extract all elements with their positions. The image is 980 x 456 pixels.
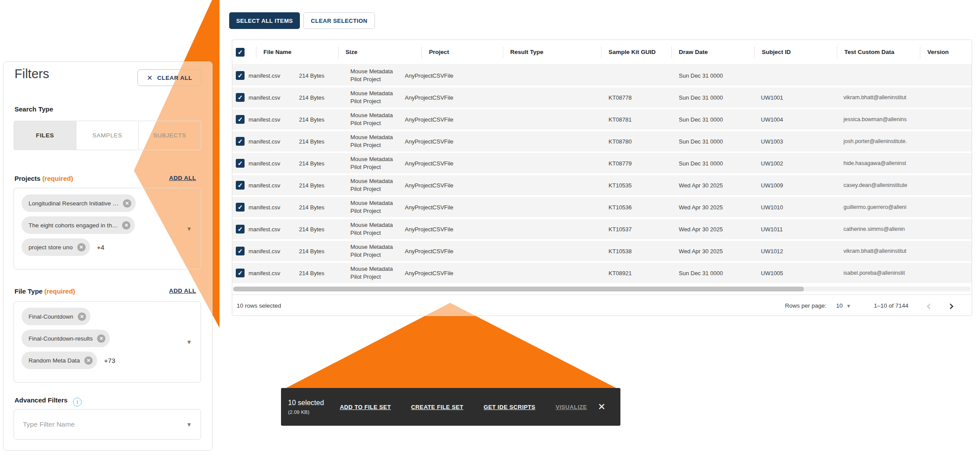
select-all-items-button[interactable]: SELECT ALL ITEMS	[229, 12, 300, 29]
select-all-checkbox[interactable]: ✓	[236, 48, 245, 57]
row-checkbox[interactable]: ✓	[236, 159, 245, 168]
table-row[interactable]: ✓manifest.csv214 BytesMouse Metadata Pil…	[232, 175, 972, 195]
projects-required-flag: (required)	[42, 175, 73, 182]
toast-action-add-to-file-set[interactable]: ADD TO FILE SET	[340, 404, 391, 410]
file-type-add-all-link[interactable]: ADD ALL	[169, 287, 196, 294]
table-row[interactable]: ✓manifest.csv214 BytesMouse Metadata Pil…	[232, 263, 972, 283]
row-checkbox-cell: ✓	[232, 203, 247, 212]
chevron-down-icon[interactable]: ▼	[186, 226, 192, 232]
filter-chip: Final-Countdown-results✕	[22, 330, 110, 347]
previous-page-button[interactable]: ‹	[926, 299, 931, 312]
remove-chip-icon[interactable]: ✕	[77, 243, 86, 251]
cell-sample-kit-guid: KT08921	[607, 270, 677, 276]
toast-action-get-ide-scripts[interactable]: GET IDE SCRIPTS	[483, 404, 535, 410]
column-header-file-name[interactable]: File Name	[256, 46, 292, 58]
row-checkbox[interactable]: ✓	[236, 247, 245, 255]
projects-add-all-link[interactable]: ADD ALL	[169, 175, 196, 181]
row-checkbox[interactable]: ✓	[236, 93, 245, 102]
cell-result-type: AnyProjectCSVFile	[404, 160, 607, 167]
next-page-button[interactable]: ›	[949, 299, 954, 312]
chip-label: Random Meta Data	[29, 357, 80, 364]
cell-size: 214 Bytes	[298, 270, 349, 276]
remove-chip-icon[interactable]: ✕	[122, 221, 130, 230]
toast-action-create-file-set[interactable]: CREATE FILE SET	[411, 404, 463, 410]
row-checkbox[interactable]: ✓	[236, 71, 245, 80]
clear-selection-button[interactable]: CLEAR SELECTION	[303, 12, 375, 29]
row-checkbox[interactable]: ✓	[236, 225, 245, 233]
table-row[interactable]: ✓manifest.csv214 BytesMouse Metadata Pil…	[232, 153, 972, 173]
tab-subjects[interactable]: SUBJECTS	[139, 121, 201, 150]
chevron-down-icon[interactable]: ▼	[186, 339, 192, 345]
results-table: ✓ File NameSizeProjectResult TypeSample …	[232, 39, 972, 316]
column-header-project[interactable]: Project	[422, 46, 449, 58]
cell-subject-id: UW1002	[760, 160, 842, 167]
clear-all-filters-button[interactable]: ✕ CLEAR ALL	[137, 69, 202, 86]
cell-test-custom-data: casey.dean@alleninstitute	[842, 182, 926, 188]
row-checkbox[interactable]: ✓	[236, 203, 245, 212]
remove-chip-icon[interactable]: ✕	[84, 356, 93, 365]
tab-samples[interactable]: SAMPLES	[76, 121, 139, 150]
cell-result-type: AnyProjectCSVFile	[404, 226, 607, 233]
row-checkbox[interactable]: ✓	[236, 115, 245, 124]
cell-project: Mouse Metadata Pilot Project	[349, 111, 405, 127]
search-type-label: Search Type	[14, 105, 53, 113]
row-checkbox[interactable]: ✓	[236, 269, 245, 277]
cell-result-type: AnyProjectCSVFile	[404, 138, 607, 145]
column-header-test-custom-data[interactable]: Test Custom Data	[837, 46, 894, 58]
table-row[interactable]: ✓manifest.csv214 BytesMouse Metadata Pil…	[232, 109, 972, 129]
row-checkbox[interactable]: ✓	[236, 137, 245, 146]
cell-project: Mouse Metadata Pilot Project	[349, 243, 405, 259]
chip-row: Final-Countdown-results✕	[22, 330, 115, 347]
remove-chip-icon[interactable]: ✕	[123, 199, 131, 208]
table-row[interactable]: ✓manifest.csv214 BytesMouse Metadata Pil…	[232, 197, 972, 217]
chip-label: Final-Countdown	[29, 313, 73, 320]
cell-project: Mouse Metadata Pilot Project	[349, 221, 405, 237]
cell-project: Mouse Metadata Pilot Project	[349, 68, 405, 83]
table-row[interactable]: ✓manifest.csv214 BytesMouse Metadata Pil…	[232, 87, 972, 108]
info-icon[interactable]: i	[73, 398, 82, 406]
column-header-draw-date[interactable]: Draw Date	[671, 46, 708, 58]
horizontal-scrollbar-thumb[interactable]	[233, 287, 804, 291]
file-type-filter-box: Final-Countdown✕Final-Countdown-results✕…	[14, 301, 201, 383]
cell-file-name: manifest.csv	[247, 204, 298, 211]
remove-chip-icon[interactable]: ✕	[97, 334, 105, 343]
cell-result-type: AnyProjectCSVFile	[404, 116, 607, 123]
row-checkbox-cell: ✓	[232, 247, 247, 255]
chip-label: Longitudinal Research Initiative …	[29, 200, 119, 207]
tab-files[interactable]: FILES	[14, 121, 76, 150]
table-row[interactable]: ✓manifest.csv214 BytesMouse Metadata Pil…	[232, 131, 972, 151]
cell-file-name: manifest.csv	[247, 94, 298, 101]
chip-row: Longitudinal Research Initiative …✕	[22, 194, 136, 212]
rows-per-page-label: Rows per page:	[785, 302, 827, 309]
table-row[interactable]: ✓manifest.csv214 BytesMouse Metadata Pil…	[232, 65, 972, 86]
cell-sample-kit-guid: KT08779	[607, 160, 677, 167]
close-icon[interactable]: ✕	[598, 402, 605, 412]
column-header-version[interactable]: Version	[920, 46, 949, 58]
chip-label: project store uno	[29, 244, 73, 251]
chip-label: The eight cohorts engaged in th…	[29, 222, 118, 229]
remove-chip-icon[interactable]: ✕	[78, 312, 86, 321]
filter-name-input[interactable]	[22, 420, 201, 429]
row-checkbox-cell: ✓	[232, 181, 247, 190]
selection-summary: 10 selected (2.09 KB)	[288, 399, 337, 415]
table-row[interactable]: ✓manifest.csv214 BytesMouse Metadata Pil…	[232, 241, 972, 261]
cell-test-custom-data: vikram.bhatt@alleninstitut	[842, 248, 926, 254]
chevron-down-icon[interactable]: ▼	[186, 421, 192, 428]
more-chips-count: +73	[104, 357, 115, 364]
column-header-sample-kit-guid[interactable]: Sample Kit GUID	[601, 46, 656, 58]
cell-project: Mouse Metadata Pilot Project	[349, 133, 405, 149]
cell-draw-date: Sun Dec 31 0000	[677, 138, 760, 145]
row-checkbox-cell: ✓	[232, 115, 247, 124]
cell-size: 214 Bytes	[298, 116, 349, 123]
column-header-size[interactable]: Size	[338, 46, 357, 58]
row-checkbox[interactable]: ✓	[236, 181, 245, 190]
rows-per-page-select[interactable]: 10 ▼	[836, 302, 851, 309]
cell-sample-kit-guid: KT08781	[607, 116, 677, 123]
row-checkbox-cell: ✓	[232, 71, 247, 80]
column-header-result-type[interactable]: Result Type	[503, 46, 544, 58]
pagination-range: 1–10 of 7144	[874, 302, 908, 309]
table-row[interactable]: ✓manifest.csv214 BytesMouse Metadata Pil…	[232, 219, 972, 239]
projects-filter-box: Longitudinal Research Initiative …✕The e…	[14, 188, 201, 269]
cell-subject-id: UW1009	[760, 182, 842, 189]
column-header-subject-id[interactable]: Subject ID	[754, 46, 791, 58]
